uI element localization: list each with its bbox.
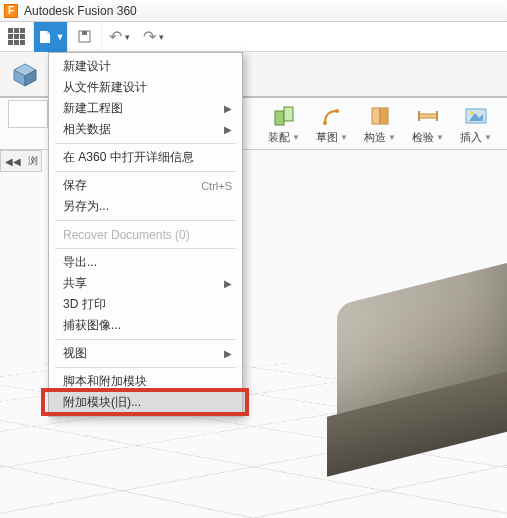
menu-separator [55,248,236,249]
menu-item[interactable]: 相关数据▶ [49,119,242,140]
ribbon-sketch[interactable]: 草图▼ [308,98,356,145]
redo-button[interactable]: ↷▾ [136,22,170,52]
svg-rect-1 [82,31,87,35]
menu-shortcut: Ctrl+S [201,180,232,192]
menu-item[interactable]: 捕获图像... [49,315,242,336]
ribbon-inspect[interactable]: 检验▼ [404,98,452,145]
ribbon-label: 装配 [268,130,290,145]
menu-separator [55,171,236,172]
menu-item[interactable]: 视图▶ [49,343,242,364]
chevron-down-icon: ▼ [436,133,444,142]
ribbon-label: 构造 [364,130,386,145]
svg-rect-5 [275,111,284,125]
submenu-arrow-icon: ▶ [224,348,232,359]
main-toolbar: ▼ ↶▾ ↷▾ [0,22,507,52]
menu-item-label: 另存为... [63,198,109,215]
menu-item[interactable]: 在 A360 中打开详细信息 [49,147,242,168]
menu-separator [55,367,236,368]
file-dropdown-menu: 新建设计从文件新建设计新建工程图▶相关数据▶在 A360 中打开详细信息保存Ct… [48,52,243,417]
menu-item[interactable]: 脚本和附加模块 [49,371,242,392]
svg-rect-6 [284,107,293,121]
data-panel-button[interactable] [0,22,34,52]
inspect-icon [415,103,441,129]
svg-rect-10 [380,108,388,124]
menu-item[interactable]: 3D 打印 [49,294,242,315]
svg-rect-11 [419,114,437,118]
menu-item-label: 在 A360 中打开详细信息 [63,149,194,166]
menu-separator [55,143,236,144]
redo-icon: ↷ [143,27,156,46]
menu-item-label: 视图 [63,345,87,362]
ribbon-label: 草图 [316,130,338,145]
chevron-down-icon: ▼ [388,133,396,142]
save-button[interactable] [68,22,102,52]
menu-item-label: 保存 [63,177,87,194]
menu-item[interactable]: 新建设计 [49,56,242,77]
rewind-icon: ◀◀ [5,156,21,167]
insert-icon [463,103,489,129]
browser-label: 浏 [28,154,38,168]
menu-item-label: Recover Documents (0) [63,228,190,242]
menu-item: Recover Documents (0) [49,224,242,245]
chevron-down-icon: ▼ [292,133,300,142]
document-tab[interactable] [8,100,48,128]
save-icon [77,29,92,44]
submenu-arrow-icon: ▶ [224,103,232,114]
workspace-switcher[interactable] [12,62,38,88]
menu-separator [55,339,236,340]
submenu-arrow-icon: ▶ [224,124,232,135]
app-title: Autodesk Fusion 360 [24,4,137,18]
ribbon-construct[interactable]: 构造▼ [356,98,404,145]
chevron-down-icon: ▼ [484,133,492,142]
menu-item-label: 导出... [63,254,97,271]
browser-collapse[interactable]: ◀◀ 浏 [0,150,42,172]
menu-item-label: 共享 [63,275,87,292]
assemble-icon [271,103,297,129]
menu-item[interactable]: 另存为... [49,196,242,217]
construct-icon [367,103,393,129]
chevron-down-icon: ▼ [56,32,65,42]
submenu-arrow-icon: ▶ [224,278,232,289]
menu-item-label: 附加模块(旧)... [63,394,141,411]
ribbon-label: 插入 [460,130,482,145]
menu-item[interactable]: 共享▶ [49,273,242,294]
title-bar: F Autodesk Fusion 360 [0,0,507,22]
menu-item[interactable]: 从文件新建设计 [49,77,242,98]
svg-point-16 [470,111,474,115]
sketch-icon [319,103,345,129]
undo-button[interactable]: ↶▾ [102,22,136,52]
svg-point-8 [335,109,339,113]
app-icon: F [4,4,18,18]
menu-item[interactable]: 新建工程图▶ [49,98,242,119]
menu-item-label: 新建设计 [63,58,111,75]
menu-item-label: 从文件新建设计 [63,79,147,96]
ribbon-label: 检验 [412,130,434,145]
menu-item-label: 相关数据 [63,121,111,138]
menu-item-label: 脚本和附加模块 [63,373,147,390]
svg-point-7 [323,121,327,125]
ribbon-insert[interactable]: 插入▼ [452,98,500,145]
menu-item[interactable]: 附加模块(旧)... [49,392,242,413]
chevron-down-icon: ▼ [340,133,348,142]
menu-item-label: 捕获图像... [63,317,121,334]
menu-separator [55,220,236,221]
menu-item-label: 3D 打印 [63,296,106,313]
svg-rect-9 [372,108,380,124]
menu-item[interactable]: 导出... [49,252,242,273]
file-icon [37,29,53,45]
menu-item-label: 新建工程图 [63,100,123,117]
undo-icon: ↶ [109,27,122,46]
model-body[interactable] [307,248,507,518]
menu-item[interactable]: 保存Ctrl+S [49,175,242,196]
ribbon-assemble[interactable]: 装配▼ [260,98,308,145]
file-menu-button[interactable]: ▼ [34,22,68,52]
